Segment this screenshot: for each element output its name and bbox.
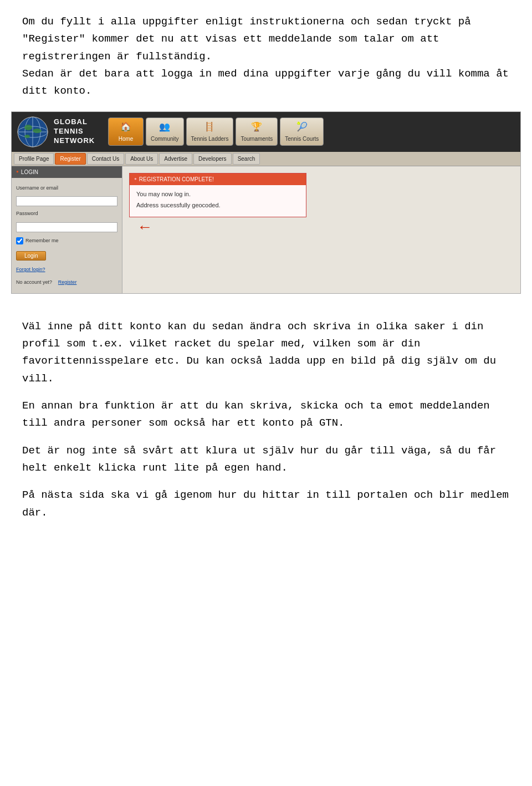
globe-icon (16, 115, 49, 149)
nav-profile-page[interactable]: Profile Page (14, 153, 54, 165)
nav-community-button[interactable]: 👥 Community (146, 118, 184, 146)
registration-complete-box: REGISTRATION COMPLETE! You may now log i… (129, 173, 306, 217)
nav-contact-us[interactable]: Contact Us (87, 153, 124, 165)
password-input[interactable] (16, 222, 117, 232)
logo-area: GLOBAL TENNIS NETWORK (16, 115, 105, 149)
nav-register[interactable]: Register (55, 153, 85, 165)
nav-search[interactable]: Search (233, 153, 260, 165)
svg-point-7 (24, 135, 30, 138)
reg-complete-body: You may now log in. Address sucessfully … (130, 185, 306, 217)
site-main-content: LOGIN Username or email Password Remembe… (12, 166, 520, 293)
nav-home-button[interactable]: 🏠 Home (108, 118, 144, 146)
login-button[interactable]: Login (16, 251, 46, 261)
website-screenshot: GLOBAL TENNIS NETWORK 🏠 Home 👥 Community… (11, 111, 521, 294)
top-paragraph-2: Sedan är det bara att logga in med dina … (22, 65, 510, 100)
top-paragraph-1: Om du fyllt i alla uppgifter enligt inst… (22, 13, 510, 65)
home-icon: 🏠 (120, 120, 131, 134)
registration-panel: REGISTRATION COMPLETE! You may now log i… (122, 166, 520, 293)
forgot-login-link[interactable]: Forgot login? (16, 266, 117, 274)
nav-buttons: 🏠 Home 👥 Community 🪜 Tennis Ladders 🏆 To… (108, 118, 324, 146)
login-panel: LOGIN Username or email Password Remembe… (12, 166, 122, 293)
login-header: LOGIN (12, 166, 122, 178)
password-label: Password (16, 210, 117, 218)
reg-line2: Address sucessfully geocoded. (136, 201, 299, 210)
secondary-nav: Profile Page Register Contact Us About U… (12, 152, 520, 166)
site-header: GLOBAL TENNIS NETWORK 🏠 Home 👥 Community… (12, 112, 520, 152)
bottom-paragraph-3: Det är nog inte så svårt att klura ut sj… (22, 442, 510, 477)
remember-me-checkbox[interactable] (16, 237, 23, 244)
nav-developers[interactable]: Developers (193, 153, 232, 165)
bottom-text-block: Väl inne på ditt konto kan du sedan ändr… (0, 305, 532, 548)
bottom-paragraph-1: Väl inne på ditt konto kan du sedan ändr… (22, 318, 510, 387)
remember-me-row: Remember me (16, 237, 117, 245)
site-title: GLOBAL TENNIS NETWORK (54, 118, 95, 146)
bottom-paragraph-2: En annan bra funktion är att du kan skri… (22, 397, 510, 432)
nav-about-us[interactable]: About Us (125, 153, 158, 165)
ladder-icon: 🪜 (204, 120, 215, 134)
username-label: Username or email (16, 185, 117, 192)
remember-me-label: Remember me (25, 237, 59, 245)
reg-line1: You may now log in. (136, 190, 299, 199)
no-account-text: No account yet? (16, 279, 52, 285)
username-input[interactable] (16, 196, 117, 206)
community-icon: 👥 (159, 120, 170, 134)
reg-complete-header: REGISTRATION COMPLETE! (130, 173, 306, 185)
nav-tournaments-button[interactable]: 🏆 Tournaments (236, 118, 278, 146)
bottom-paragraph-4: På nästa sida ska vi gå igenom hur du hi… (22, 487, 510, 522)
top-text-block: Om du fyllt i alla uppgifter enligt inst… (0, 0, 532, 111)
svg-point-5 (24, 125, 32, 130)
tennis-icon: 🎾 (296, 120, 308, 134)
no-account-row: No account yet? Register (16, 274, 117, 289)
login-links: Forgot login? No account yet? Register (16, 266, 117, 289)
red-arrow-icon: ← (140, 216, 150, 239)
red-arrow-area: ← (129, 222, 514, 239)
nav-tennis-courts-button[interactable]: 🎾 Tennis Courts (280, 118, 324, 146)
svg-point-6 (33, 129, 42, 133)
nav-advertise[interactable]: Advertise (159, 153, 192, 165)
register-link[interactable]: Register (58, 279, 77, 285)
login-form: Username or email Password Remember me L… (12, 178, 122, 293)
nav-tennis-ladders-button[interactable]: 🪜 Tennis Ladders (186, 118, 234, 146)
trophy-icon: 🏆 (251, 120, 262, 134)
